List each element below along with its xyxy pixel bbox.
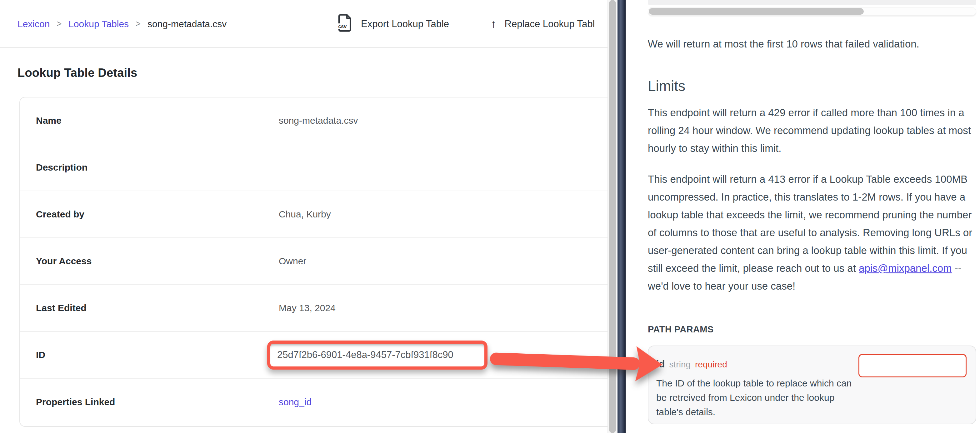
code-block-bottom-edge [648,0,976,5]
export-lookup-table-button[interactable]: csv Export Lookup Table [337,0,449,48]
breadcrumb-separator: > [57,19,62,29]
horizontal-scrollbar-track [648,7,976,16]
replace-button-label: Replace Lookup Tabl [505,18,595,30]
breadcrumb-separator: > [135,19,141,29]
param-header: id string required [656,359,727,370]
row-label: Last Edited [20,303,279,314]
window-divider [617,0,625,433]
row-value: 25d7f2b6-6901-4e8a-9457-7cbf931f8c90 [279,341,617,369]
breadcrumb-current-file: song-metadata.csv [148,19,227,29]
breadcrumb-lexicon[interactable]: Lexicon [18,19,50,29]
table-row-properties-linked: Properties Linked song_id [20,379,617,425]
id-param-input[interactable] [858,354,967,377]
song-id-property-link[interactable]: song_id [279,397,617,408]
svg-text:csv: csv [338,24,347,29]
top-bar: Lexicon > Lookup Tables > song-metadata.… [0,0,617,48]
limits-heading: Limits [648,78,685,94]
row-label: Name [20,115,279,126]
details-card: Name song-metadata.csv Description Creat… [19,97,617,427]
row-value: song-metadata.csv [279,115,617,126]
limits-paragraph-1: This endpoint will return a 429 error if… [648,104,976,157]
left-window-scrollbar-thumb[interactable] [609,0,616,433]
row-label: ID [20,350,279,360]
table-row-name: Name song-metadata.csv [20,97,617,144]
row-label: Created by [20,209,279,220]
row-label: Description [20,162,279,173]
path-params-label: PATH PARAMS [648,324,714,334]
table-row-description: Description [20,144,617,191]
left-window-scrollbar-track [608,0,617,433]
page-title: Lookup Table Details [18,66,137,80]
row-label: Properties Linked [20,397,279,408]
id-value-highlight-box: 25d7f2b6-6901-4e8a-9457-7cbf931f8c90 [267,341,487,369]
breadcrumb: Lexicon > Lookup Tables > song-metadata.… [18,0,227,48]
row-value: Owner [279,256,617,266]
apis-mixpanel-email-link[interactable]: apis@mixpanel.com [859,263,952,274]
row-value: Chua, Kurby [279,209,617,220]
api-docs-panel: We will return at most the first 10 rows… [625,0,980,433]
lookup-table-details-window: Lexicon > Lookup Tables > song-metadata.… [0,0,617,433]
horizontal-scrollbar-thumb[interactable] [649,8,864,15]
replace-lookup-table-button[interactable]: ↑ Replace Lookup Tabl [491,0,595,48]
export-button-label: Export Lookup Table [361,18,449,30]
table-row-created-by: Created by Chua, Kurby [20,191,617,238]
table-row-your-access: Your Access Owner [20,238,617,285]
param-name: id [656,359,665,370]
limits-paragraph-2: This endpoint will return a 413 error if… [648,170,976,295]
param-type: string [670,360,690,369]
table-row-last-edited: Last Edited May 13, 2024 [20,285,617,332]
validation-note-paragraph: We will return at most the first 10 rows… [648,35,976,53]
param-description: The ID of the lookup table to replace wh… [656,376,856,419]
id-param-card: id string required The ID of the lookup … [648,345,976,424]
row-label: Your Access [20,256,279,266]
paragraph-text: This endpoint will return a 413 error if… [648,174,972,274]
table-row-id: ID 25d7f2b6-6901-4e8a-9457-7cbf931f8c90 [20,332,617,379]
param-required-badge: required [695,360,727,369]
row-value: May 13, 2024 [279,303,617,314]
upload-arrow-icon: ↑ [491,18,496,30]
breadcrumb-lookup-tables[interactable]: Lookup Tables [68,19,129,29]
csv-file-icon: csv [337,14,353,34]
